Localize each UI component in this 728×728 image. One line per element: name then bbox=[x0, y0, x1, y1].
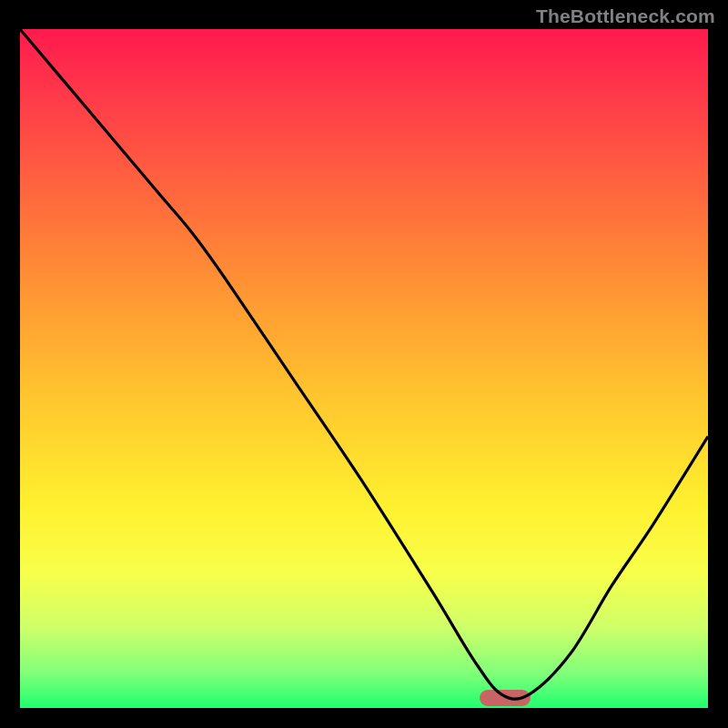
curve-path bbox=[20, 29, 708, 699]
chart-frame: TheBottleneck.com bbox=[0, 0, 728, 728]
bottleneck-curve bbox=[0, 0, 728, 728]
